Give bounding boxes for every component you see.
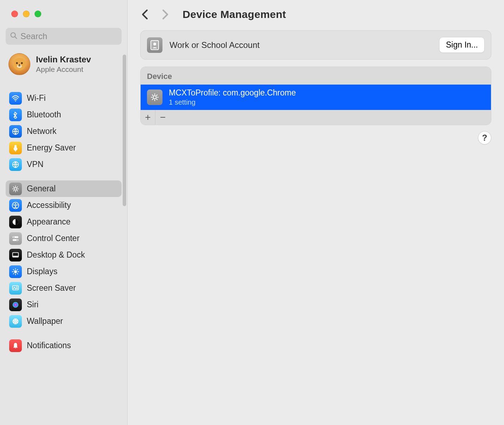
bluetooth-icon bbox=[9, 109, 22, 121]
add-profile-button[interactable]: + bbox=[141, 110, 155, 125]
sidebar-item-label: VPN bbox=[27, 160, 43, 169]
sidebar-item-wi-fi[interactable]: Wi-Fi bbox=[6, 90, 122, 106]
account-name: Ivelin Krastev bbox=[36, 55, 91, 64]
back-button[interactable] bbox=[140, 10, 150, 19]
profile-title: MCXToProfile: com.google.Chrome bbox=[169, 88, 296, 98]
sidebar-item-label: Bluetooth bbox=[27, 110, 61, 119]
sidebar-item-appearance[interactable]: Appearance bbox=[6, 214, 122, 230]
minimize-window-button[interactable] bbox=[23, 11, 30, 17]
svg-point-2 bbox=[13, 58, 26, 70]
gear-icon bbox=[9, 183, 22, 195]
sidebar-item-label: Desktop & Dock bbox=[27, 250, 85, 260]
account-subtitle: Apple Account bbox=[36, 65, 91, 74]
remove-profile-button[interactable]: − bbox=[155, 110, 170, 125]
work-school-account-card: Work or School Account Sign In... bbox=[140, 30, 491, 60]
help-button[interactable]: ? bbox=[478, 131, 491, 144]
sidebar: Ivelin Krastev Apple Account Wi-FiBlueto… bbox=[0, 0, 128, 425]
profiles-list: MCXToProfile: com.google.Chrome1 setting bbox=[141, 85, 491, 110]
sign-in-button[interactable]: Sign In... bbox=[439, 37, 485, 53]
svg-point-9 bbox=[153, 43, 156, 45]
dock-icon bbox=[9, 249, 22, 261]
accessibility-icon bbox=[9, 199, 22, 212]
sidebar-item-screen-saver[interactable]: Screen Saver bbox=[6, 280, 122, 296]
sidebar-item-label: Wallpaper bbox=[27, 316, 63, 326]
id-badge-icon bbox=[147, 37, 162, 53]
sidebar-item-label: Wi-Fi bbox=[27, 93, 46, 103]
sidebar-item-label: Screen Saver bbox=[27, 283, 76, 293]
svg-point-3 bbox=[16, 62, 18, 64]
page-title: Device Management bbox=[183, 8, 286, 20]
appearance-icon bbox=[9, 216, 22, 228]
sidebar-item-label: General bbox=[27, 184, 56, 193]
svg-point-6 bbox=[19, 64, 20, 65]
search-field[interactable] bbox=[6, 28, 122, 45]
apple-account-row[interactable]: Ivelin Krastev Apple Account bbox=[0, 45, 127, 82]
sidebar-item-label: Displays bbox=[27, 267, 57, 276]
sidebar-item-general[interactable]: General bbox=[6, 180, 122, 197]
display-icon bbox=[9, 265, 22, 278]
sidebar-item-label: Network bbox=[27, 127, 56, 136]
sidebar-item-label: Energy Saver bbox=[27, 143, 76, 153]
work-school-account-label: Work or School Account bbox=[170, 40, 432, 50]
siri-icon bbox=[9, 298, 22, 311]
svg-line-1 bbox=[15, 37, 17, 38]
search-icon bbox=[10, 32, 18, 41]
close-window-button[interactable] bbox=[11, 11, 18, 17]
sidebar-item-accessibility[interactable]: Accessibility bbox=[6, 197, 122, 214]
sidebar-item-siri[interactable]: Siri bbox=[6, 296, 122, 313]
device-section-header: Device bbox=[141, 67, 491, 85]
sidebar-item-network[interactable]: Network bbox=[6, 123, 122, 140]
sidebar-scrollbar[interactable] bbox=[123, 55, 126, 206]
sidebar-item-control-center[interactable]: Control Center bbox=[6, 230, 122, 247]
header: Device Management bbox=[140, 6, 491, 30]
profile-row[interactable]: MCXToProfile: com.google.Chrome1 setting bbox=[141, 85, 491, 110]
network-icon bbox=[9, 125, 22, 138]
sidebar-item-label: Siri bbox=[27, 300, 38, 309]
search-input[interactable] bbox=[20, 31, 117, 41]
svg-point-4 bbox=[21, 62, 23, 64]
main-content: Device Management Work or School Account… bbox=[128, 0, 504, 425]
sidebar-item-notifications[interactable]: Notifications bbox=[6, 337, 122, 354]
screensaver-icon bbox=[9, 282, 22, 295]
energy-icon bbox=[9, 142, 22, 154]
sidebar-item-vpn[interactable]: VPN bbox=[6, 156, 122, 173]
wifi-icon bbox=[9, 92, 22, 105]
profile-gear-icon bbox=[147, 90, 162, 105]
sidebar-nav: Wi-FiBluetoothNetworkEnergy SaverVPNGene… bbox=[0, 82, 127, 425]
sidebar-item-label: Control Center bbox=[27, 234, 80, 243]
sidebar-item-bluetooth[interactable]: Bluetooth bbox=[6, 106, 122, 123]
sidebar-item-label: Accessibility bbox=[27, 201, 71, 210]
window-controls bbox=[0, 0, 127, 17]
sidebar-item-desktop-dock[interactable]: Desktop & Dock bbox=[6, 247, 122, 263]
device-profiles-card: Device MCXToProfile: com.google.Chrome1 … bbox=[140, 67, 491, 125]
switches-icon bbox=[9, 232, 22, 245]
profiles-list-footer: + − bbox=[141, 110, 491, 125]
avatar bbox=[8, 53, 30, 75]
notifications-icon bbox=[9, 339, 22, 352]
profile-subtitle: 1 setting bbox=[169, 98, 296, 106]
sidebar-item-label: Notifications bbox=[27, 341, 71, 350]
sidebar-item-wallpaper[interactable]: Wallpaper bbox=[6, 313, 122, 329]
maximize-window-button[interactable] bbox=[35, 11, 41, 17]
wallpaper-icon bbox=[9, 315, 22, 328]
sidebar-item-displays[interactable]: Displays bbox=[6, 263, 122, 280]
sidebar-item-energy-saver[interactable]: Energy Saver bbox=[6, 140, 122, 156]
vpn-icon bbox=[9, 158, 22, 171]
forward-button[interactable] bbox=[160, 10, 170, 19]
sidebar-item-label: Appearance bbox=[27, 217, 70, 227]
